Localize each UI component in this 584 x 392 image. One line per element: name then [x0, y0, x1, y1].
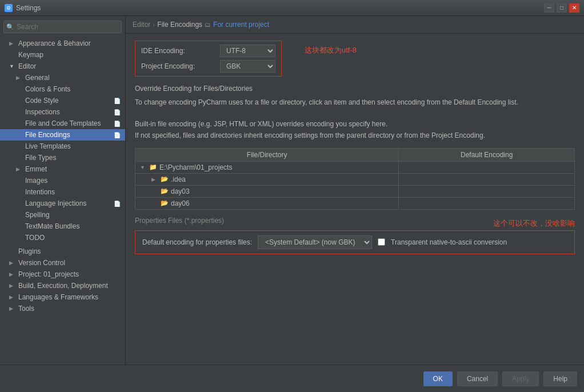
sidebar-item-textmate-bundles[interactable]: TextMate Bundles — [0, 221, 125, 232]
tree-item-label: day06 — [171, 199, 190, 207]
sidebar-item-label: Project: 01_projects — [18, 270, 79, 278]
sidebar-item-label: Code Style — [25, 97, 59, 105]
table-row[interactable]: 📂 day06 — [135, 197, 575, 209]
sidebar-item-project[interactable]: ▶ Project: 01_projects — [0, 269, 125, 280]
sidebar-item-languages[interactable]: ▶ Languages & Frameworks — [0, 291, 125, 303]
sidebar-item-keymap[interactable]: Keymap — [0, 49, 125, 61]
properties-section: Properties Files (*.properties) 这个可以不改，没… — [135, 217, 575, 254]
sidebar-item-label: TextMate Bundles — [25, 222, 79, 230]
properties-encoding-select[interactable]: <System Default> (now GBK) UTF-8 GBK — [258, 235, 372, 249]
table-cell-file: 📂 day06 — [135, 197, 399, 209]
sidebar-item-spelling[interactable]: Spelling — [0, 209, 125, 221]
minimize-button[interactable]: ─ — [544, 3, 554, 13]
sidebar-item-plugins[interactable]: Plugins — [0, 246, 125, 257]
arrow-icon — [16, 212, 22, 218]
search-box[interactable]: 🔍 — [3, 21, 122, 33]
arrow-icon: ▶ — [9, 283, 15, 289]
sidebar-item-intentions[interactable]: Intentions — [0, 186, 125, 198]
sidebar-item-colors-fonts[interactable]: Colors & Fonts — [0, 83, 125, 95]
folder-icon: 📁 — [149, 163, 157, 171]
sidebar-item-build[interactable]: ▶ Build, Execution, Deployment — [0, 280, 125, 291]
app-icon: ⚙ — [5, 4, 13, 12]
cancel-button[interactable]: Cancel — [457, 371, 498, 386]
transparent-conversion-checkbox[interactable] — [378, 238, 385, 246]
table-cell-encoding — [399, 197, 575, 209]
properties-annotation: 这个可以不改，没啥影响 — [493, 218, 575, 229]
search-input[interactable] — [3, 21, 122, 33]
breadcrumb: Editor › File Encodings 🗂 For current pr… — [126, 16, 584, 34]
main-container: 🔍 ▶ Appearance & Behavior Keymap ▼ Edito… — [0, 16, 584, 365]
table-cell-file: ▼ 📁 E:\Pycharm\01_projects — [135, 161, 399, 173]
table-cell-encoding — [399, 161, 575, 173]
sidebar-item-version-control[interactable]: ▶ Version Control — [0, 257, 125, 269]
file-table: File/Directory Default Encoding ▼ 📁 — [135, 148, 575, 210]
arrow-icon — [16, 143, 22, 149]
sidebar-item-label: Live Templates — [25, 142, 71, 150]
folder-icon: 📂 — [161, 187, 169, 195]
table-row[interactable]: ▼ 📁 E:\Pycharm\01_projects — [135, 161, 575, 173]
override-desc-2: Built-in file encoding (e.g. JSP, HTML o… — [135, 120, 387, 128]
tree-arrow-icon: ▶ — [151, 177, 158, 182]
arrow-icon: ▶ — [16, 75, 22, 81]
table-cell-file: 📂 day03 — [135, 185, 399, 197]
sidebar-item-editor[interactable]: ▼ Editor — [0, 61, 125, 72]
sidebar-item-tools[interactable]: ▶ Tools — [0, 303, 125, 314]
arrow-icon — [9, 52, 15, 58]
sidebar-item-language-injections[interactable]: Language Injections 📄 — [0, 198, 125, 209]
page-icon: 📄 — [114, 121, 121, 127]
sidebar-item-file-and-code-templates[interactable]: File and Code Templates 📄 — [0, 118, 125, 129]
title-bar: ⚙ Settings ─ □ ✕ — [0, 0, 584, 16]
sidebar-item-inspections[interactable]: Inspections 📄 — [0, 106, 125, 118]
title-bar-controls: ─ □ ✕ — [544, 3, 579, 13]
sidebar-item-label: Build, Execution, Deployment — [18, 282, 108, 290]
sidebar-item-label: Languages & Frameworks — [18, 293, 98, 301]
sidebar-item-images[interactable]: Images — [0, 175, 125, 186]
sidebar-item-label: Emmet — [25, 165, 47, 173]
page-icon: 📄 — [114, 201, 121, 207]
ide-encoding-row: IDE Encoding: UTF-8 GBK ISO-8859-1 — [141, 45, 275, 57]
sidebar-item-file-types[interactable]: File Types — [0, 152, 125, 163]
close-button[interactable]: ✕ — [569, 3, 579, 13]
ide-encoding-select[interactable]: UTF-8 GBK ISO-8859-1 — [220, 45, 275, 57]
ide-encoding-label: IDE Encoding: — [141, 47, 215, 55]
properties-title-bar: Properties Files (*.properties) 这个可以不改，没… — [135, 217, 575, 230]
checkbox-label: Transparent native-to-ascii conversion — [391, 238, 507, 246]
arrow-icon — [16, 235, 22, 241]
sidebar-item-general[interactable]: ▶ General — [0, 72, 125, 83]
sidebar-item-label: Editor — [18, 62, 36, 70]
tree-arrow-icon — [151, 201, 158, 206]
help-button[interactable]: Help — [543, 371, 577, 386]
table-header-file: File/Directory — [135, 148, 399, 161]
sidebar-item-todo[interactable]: TODO — [0, 232, 125, 243]
page-icon: 📄 — [114, 109, 121, 115]
sidebar: 🔍 ▶ Appearance & Behavior Keymap ▼ Edito… — [0, 16, 126, 365]
sidebar-item-live-templates[interactable]: Live Templates — [0, 141, 125, 152]
sidebar-item-emmet[interactable]: ▶ Emmet — [0, 163, 125, 175]
override-desc: To change encoding PyCharm uses for a fi… — [135, 97, 575, 141]
table-row[interactable]: 📂 day03 — [135, 185, 575, 197]
arrow-icon — [16, 132, 22, 138]
arrow-icon — [16, 86, 22, 92]
sidebar-item-appearance[interactable]: ▶ Appearance & Behavior — [0, 38, 125, 49]
sidebar-item-label: Images — [25, 177, 47, 185]
arrow-icon — [16, 223, 22, 229]
properties-row: Default encoding for properties files: <… — [142, 235, 567, 249]
encoding-box: IDE Encoding: UTF-8 GBK ISO-8859-1 Proje… — [135, 41, 282, 77]
maximize-button[interactable]: □ — [557, 3, 567, 13]
ok-button[interactable]: OK — [423, 371, 453, 386]
arrow-icon — [16, 178, 22, 183]
folder-icon: 📂 — [161, 199, 169, 207]
title-bar-left: ⚙ Settings — [5, 4, 41, 12]
sidebar-item-file-encodings[interactable]: File Encodings 📄 — [0, 129, 125, 141]
tree-item-label: day03 — [171, 187, 190, 195]
properties-title: Properties Files (*.properties) — [135, 217, 224, 225]
apply-button[interactable]: Apply — [502, 371, 539, 386]
table-row[interactable]: ▶ 📂 .idea — [135, 173, 575, 185]
project-encoding-select[interactable]: GBK UTF-8 ISO-8859-1 — [220, 60, 275, 73]
sidebar-item-code-style[interactable]: Code Style 📄 — [0, 95, 125, 106]
override-desc-1: To change encoding PyCharm uses for a fi… — [135, 98, 518, 106]
arrow-icon — [16, 109, 22, 115]
sidebar-item-label: Keymap — [18, 51, 43, 59]
sidebar-item-label: Inspections — [25, 108, 60, 116]
tree-arrow-icon: ▼ — [140, 165, 147, 170]
